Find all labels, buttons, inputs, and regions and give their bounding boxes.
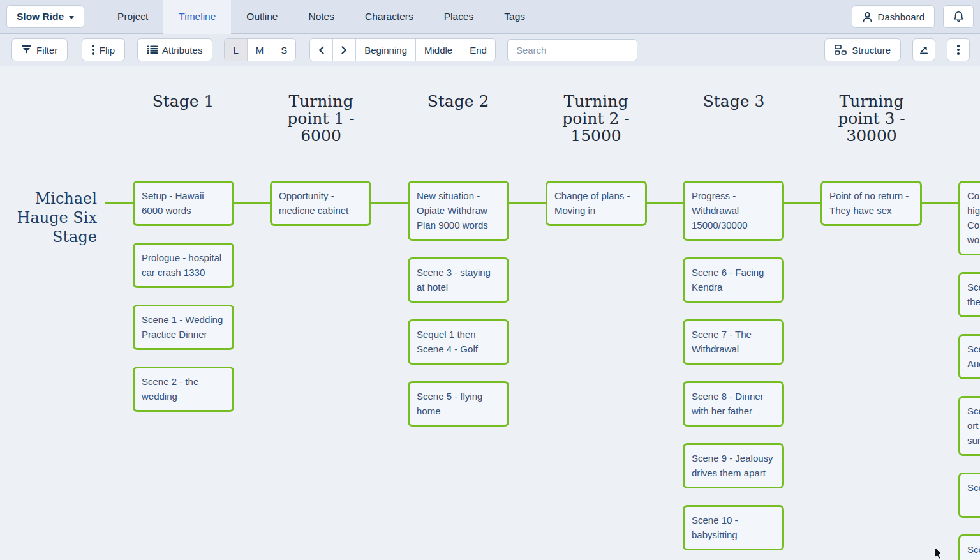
flip-label: Flip: [100, 45, 115, 56]
scene-card[interactable]: Co hig Co wo: [958, 181, 980, 255]
scene-card[interactable]: Progress - Withdrawal 15000/30000: [683, 181, 784, 241]
list-icon: [147, 45, 158, 54]
scene-card[interactable]: Scene 2 - the wedding: [133, 367, 234, 412]
jump-beginning-button[interactable]: Beginning: [356, 39, 416, 61]
chevron-left-icon: [318, 46, 324, 54]
chevron-right-icon: [341, 46, 347, 54]
column-cards: Point of no return - They have sex: [820, 181, 922, 226]
scene-card[interactable]: Point of no return - They have sex: [820, 181, 922, 226]
scroll-right-button[interactable]: [333, 39, 356, 61]
row-label-divider: [105, 180, 105, 255]
scene-card[interactable]: Scene 1 - Wedding Practice Dinner: [133, 305, 234, 350]
notifications-button[interactable]: [943, 5, 974, 28]
column-cards: Opportunity - medicne cabinet: [270, 181, 371, 226]
nav-right-group: Dashboard: [852, 5, 974, 28]
main-tabs: ProjectTimelineOutlineNotesCharactersPla…: [102, 0, 540, 34]
structure-icon: [835, 45, 847, 55]
column-cards: Co hig Co woSce theSce AudSce ort surSce…: [958, 181, 980, 560]
export-button[interactable]: [912, 38, 935, 61]
column-header[interactable]: Stage 1: [129, 93, 237, 110]
vertical-dots-icon: [92, 45, 94, 55]
structure-label: Structure: [852, 45, 891, 56]
tab-timeline[interactable]: Timeline: [163, 0, 231, 34]
filter-button[interactable]: Filter: [11, 38, 68, 61]
timeline-row-label[interactable]: Michael Hauge Six Stage: [10, 189, 97, 246]
attributes-label: Attributes: [162, 45, 202, 56]
size-button-l[interactable]: L: [225, 39, 247, 61]
scene-card[interactable]: Sce: [958, 473, 980, 518]
tab-tags[interactable]: Tags: [489, 0, 540, 34]
size-button-s[interactable]: S: [272, 39, 295, 61]
filter-icon: [22, 45, 31, 54]
kebab-menu-icon: [957, 45, 960, 55]
scene-card[interactable]: Scene 3 - staying at hotel: [408, 257, 509, 303]
top-nav-bar: Slow Ride ProjectTimelineOutlineNotesCha…: [0, 0, 980, 34]
user-icon: [862, 11, 873, 22]
scene-card[interactable]: Opportunity - medicne cabinet: [270, 181, 371, 226]
column-cards: Setup - Hawaii 6000 wordsPrologue - hosp…: [133, 181, 234, 412]
card-size-group: LMS: [224, 38, 296, 61]
scene-card[interactable]: Change of plans - Moving in: [546, 181, 647, 226]
scroll-left-button[interactable]: [310, 39, 333, 61]
tab-project[interactable]: Project: [102, 0, 163, 34]
column-header[interactable]: Turning point 3 - 30000: [817, 93, 926, 144]
structure-button[interactable]: Structure: [824, 38, 901, 61]
size-button-m[interactable]: M: [248, 39, 273, 61]
scene-card[interactable]: Sce ort sur: [958, 396, 980, 456]
export-icon: [919, 45, 929, 55]
scene-card[interactable]: Sce the: [958, 272, 980, 317]
scene-card[interactable]: Scene 7 - The Withdrawal: [683, 319, 784, 365]
bell-icon: [953, 11, 964, 22]
column-cards: Change of plans - Moving in: [546, 181, 647, 226]
tab-outline[interactable]: Outline: [231, 0, 293, 34]
scene-card[interactable]: Scene 9 - Jealousy drives them apart: [683, 443, 784, 488]
column-cards: Progress - Withdrawal 15000/30000Scene 6…: [683, 181, 784, 550]
search-input[interactable]: [507, 39, 637, 61]
scene-card[interactable]: Scene 10 - babysitting: [683, 505, 784, 550]
scene-card[interactable]: Setup - Hawaii 6000 words: [133, 181, 234, 226]
tab-places[interactable]: Places: [429, 0, 489, 34]
scene-card[interactable]: Prologue - hospital car crash 1330: [133, 243, 234, 288]
filter-label: Filter: [36, 45, 57, 56]
dashboard-button[interactable]: Dashboard: [852, 5, 935, 28]
scene-card[interactable]: Scene 5 - flying home: [408, 381, 509, 427]
scene-card[interactable]: Sce: [958, 534, 980, 560]
jump-end-button[interactable]: End: [461, 39, 495, 61]
column-header[interactable]: Turning point 2 - 15000: [542, 93, 650, 144]
toolbar-right-group: Structure: [824, 38, 970, 61]
column-cards: New situation - Opiate Withdraw Plan 900…: [408, 181, 509, 427]
scene-card[interactable]: New situation - Opiate Withdraw Plan 900…: [408, 181, 509, 241]
project-menu-label: Slow Ride: [17, 11, 64, 22]
scene-card[interactable]: Sce Aud: [958, 334, 980, 379]
scene-card[interactable]: Scene 6 - Facing Kendra: [683, 257, 784, 303]
more-options-button[interactable]: [947, 38, 970, 61]
project-menu-button[interactable]: Slow Ride: [6, 5, 84, 28]
timeline-canvas: Michael Hauge Six Stage Stage 1Setup - H…: [0, 67, 980, 560]
flip-button[interactable]: Flip: [82, 38, 125, 61]
timeline-toolbar: Filter Flip Attributes LMS BeginningMidd…: [0, 34, 980, 66]
scroll-position-group: BeginningMiddleEnd: [309, 38, 496, 61]
chevron-down-icon: [69, 16, 74, 19]
mouse-cursor: [934, 547, 943, 560]
jump-middle-button[interactable]: Middle: [416, 39, 461, 61]
scene-card[interactable]: Scene 8 - Dinner with her father: [683, 381, 784, 427]
dashboard-label: Dashboard: [878, 11, 924, 22]
column-header[interactable]: Stage 3: [679, 93, 788, 110]
tab-notes[interactable]: Notes: [293, 0, 350, 34]
attributes-button[interactable]: Attributes: [137, 38, 212, 61]
tab-characters[interactable]: Characters: [350, 0, 429, 34]
column-header[interactable]: Stage 2: [404, 93, 512, 110]
column-header[interactable]: Turning point 1 - 6000: [267, 93, 375, 144]
scene-card[interactable]: Sequel 1 then Scene 4 - Golf: [408, 319, 509, 365]
